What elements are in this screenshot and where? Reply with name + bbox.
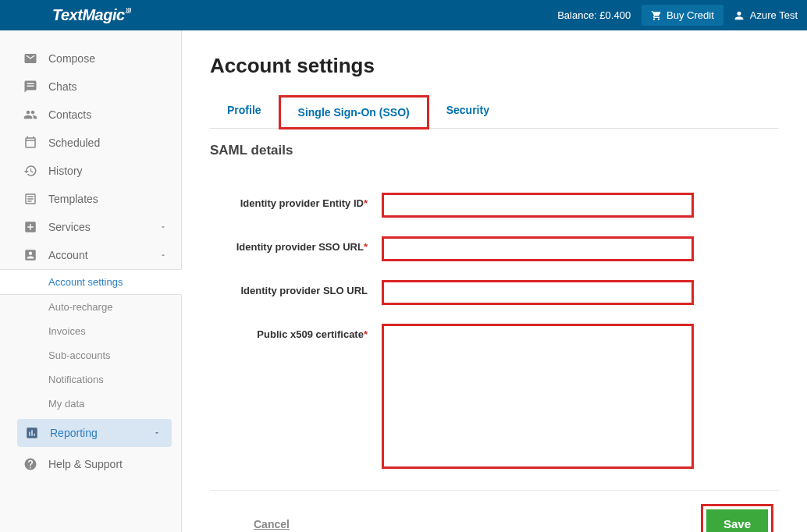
page-title: Account settings [210,54,779,78]
main-content: Account settings Profile Single Sign-On … [182,30,807,532]
chevron-down-icon [159,221,170,233]
tab-sso[interactable]: Single Sign-On (SSO) [279,95,429,129]
sidebar: Compose Chats Contacts Scheduled History… [0,30,182,532]
sidebar-sub-notifications[interactable]: Notifications [0,367,181,392]
sidebar-item-label: Scheduled [48,137,100,149]
reporting-icon [25,426,39,440]
sidebar-sub-account-settings[interactable]: Account settings [0,269,182,295]
app-logo: TextMagic))) [52,6,125,24]
sidebar-sub-invoices[interactable]: Invoices [0,319,181,343]
user-menu[interactable]: Azure Test [733,9,798,22]
form-actions: Cancel Save [210,490,779,532]
sidebar-item-label: Chats [48,80,77,93]
sso-url-input[interactable] [382,236,694,261]
saml-form: Identity provider Entity ID* Identity pr… [210,174,779,532]
sidebar-item-label: Contacts [48,108,91,121]
account-subnav: Account settings Auto-recharge Invoices … [0,269,181,416]
sidebar-item-label: Account [48,249,88,261]
tab-security[interactable]: Security [429,95,507,128]
slo-url-label: Identity provider SLO URL [233,280,382,296]
services-icon [23,220,37,234]
history-icon [23,164,37,178]
sidebar-item-services[interactable]: Services [0,213,181,241]
sidebar-item-label: Reporting [50,427,98,439]
sidebar-item-compose[interactable]: Compose [0,44,181,73]
entity-id-input[interactable] [382,193,694,218]
sidebar-sub-sub-accounts[interactable]: Sub-accounts [0,343,181,367]
sidebar-item-label: Compose [48,52,95,65]
user-icon [733,9,745,22]
app-header: TextMagic))) Balance: £0.400 Buy Credit … [0,0,807,30]
templates-icon [23,192,37,206]
tabs: Profile Single Sign-On (SSO) Security [210,95,779,129]
sidebar-item-templates[interactable]: Templates [0,185,181,213]
cancel-button[interactable]: Cancel [254,518,290,530]
sidebar-item-history[interactable]: History [0,157,181,185]
sidebar-sub-auto-recharge[interactable]: Auto-recharge [0,295,181,319]
tab-profile[interactable]: Profile [210,95,279,128]
sidebar-item-account[interactable]: Account [0,241,181,269]
save-button[interactable]: Save [706,509,768,532]
sidebar-sub-my-data[interactable]: My data [0,392,181,416]
chats-icon [23,80,37,94]
section-title: SAML details [210,143,779,158]
sidebar-item-contacts[interactable]: Contacts [0,101,181,129]
sso-url-label: Identity provider SSO URL* [233,236,382,253]
sidebar-item-reporting[interactable]: Reporting [17,419,172,447]
entity-id-label: Identity provider Entity ID* [233,193,382,209]
cert-label: Public x509 certificate* [233,324,382,340]
contacts-icon [23,108,37,122]
slo-url-input[interactable] [382,280,694,305]
sidebar-item-scheduled[interactable]: Scheduled [0,129,181,157]
chevron-down-icon [153,427,164,439]
chevron-up-icon [159,249,170,261]
sidebar-item-label: Templates [48,193,98,205]
cart-icon [651,10,662,21]
cert-textarea[interactable] [382,324,694,469]
sidebar-item-label: Help & Support [48,458,123,470]
calendar-icon [23,136,37,150]
sidebar-item-chats[interactable]: Chats [0,73,181,101]
help-icon [23,457,37,471]
sidebar-item-label: Services [48,221,91,233]
account-icon [23,248,37,262]
balance-text: Balance: £0.400 [557,9,631,21]
sidebar-item-label: History [48,165,83,177]
buy-credit-button[interactable]: Buy Credit [642,5,723,26]
sidebar-item-help[interactable]: Help & Support [0,450,181,478]
compose-icon [23,51,37,66]
